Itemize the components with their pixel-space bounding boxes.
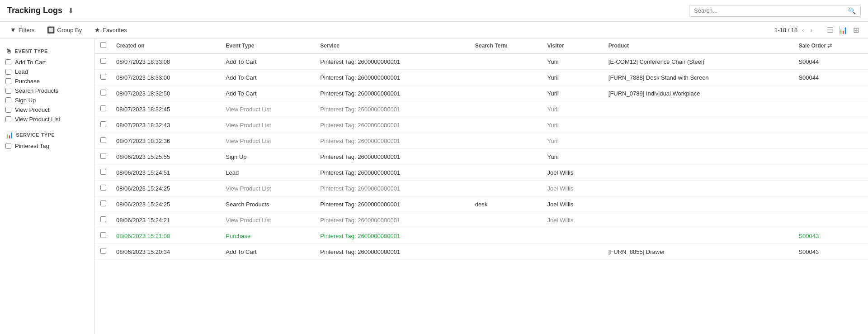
cell-created-on: 08/07/2023 18:32:45 — [112, 101, 221, 117]
select-all-header — [95, 38, 112, 53]
cell-visitor: Yurii — [542, 53, 604, 70]
cell-search-term — [471, 212, 543, 228]
cell-product — [604, 212, 794, 228]
cell-service: Pinterest Tag: 2600000000001 — [316, 149, 470, 165]
sidebar-item-lead[interactable]: Lead — [4, 67, 91, 76]
row-checkbox[interactable] — [100, 216, 106, 222]
cell-sale-order — [794, 196, 868, 212]
sidebar-item-add-to-cart[interactable]: Add To Cart — [4, 57, 91, 67]
row-checkbox[interactable] — [100, 121, 106, 127]
col-sale-order[interactable]: Sale Order ⇄ — [794, 38, 868, 53]
lead-checkbox[interactable] — [5, 69, 11, 75]
cell-visitor: Yurii — [542, 117, 604, 133]
cell-service: Pinterest Tag: 2600000000001 — [316, 101, 470, 117]
sidebar-item-sign-up[interactable]: Sign Up — [4, 95, 91, 105]
star-icon: ★ — [94, 26, 100, 33]
cell-search-term — [471, 117, 543, 133]
prev-page-button[interactable]: ‹ — [800, 26, 806, 34]
col-visitor[interactable]: Visitor — [542, 38, 604, 53]
pinterest-tag-checkbox[interactable] — [5, 143, 11, 149]
chart-view-icon[interactable]: 📊 — [837, 25, 849, 35]
row-checkbox-cell — [95, 196, 112, 212]
cell-sale-order — [794, 181, 868, 196]
select-all-checkbox[interactable] — [100, 42, 106, 48]
groupby-button[interactable]: 🔲 Group By — [44, 24, 85, 35]
row-checkbox-cell — [95, 86, 112, 101]
cell-created-on: 08/07/2023 18:32:43 — [112, 117, 221, 133]
row-checkbox[interactable] — [100, 153, 106, 159]
row-checkbox[interactable] — [100, 74, 106, 80]
sidebar-item-search-products[interactable]: Search Products — [4, 86, 91, 95]
row-checkbox[interactable] — [100, 200, 106, 206]
search-products-checkbox[interactable] — [5, 88, 11, 94]
col-search-term[interactable]: Search Term — [471, 38, 543, 53]
cell-created-on: 08/07/2023 18:33:00 — [112, 70, 221, 86]
view-product-checkbox[interactable] — [5, 107, 11, 113]
search-box: 🔍 — [689, 5, 861, 17]
cell-visitor: Yurii — [542, 86, 604, 101]
cell-service: Pinterest Tag: 2600000000001 — [316, 117, 470, 133]
cell-service: Pinterest Tag: 2600000000001 — [316, 228, 470, 244]
cell-product — [604, 228, 794, 244]
row-checkbox[interactable] — [100, 105, 106, 111]
cell-event-type: View Product List — [221, 101, 316, 117]
table-row: 08/06/2023 15:25:55Sign UpPinterest Tag:… — [95, 149, 868, 165]
sidebar-item-view-product-list[interactable]: View Product List — [4, 115, 91, 124]
sidebar-item-pinterest-tag[interactable]: Pinterest Tag — [4, 141, 91, 151]
cell-created-on: 08/06/2023 15:24:21 — [112, 212, 221, 228]
add-to-cart-checkbox[interactable] — [5, 59, 11, 65]
favorites-button[interactable]: ★ Favorites — [92, 24, 129, 35]
cell-event-type: View Product List — [221, 133, 316, 149]
grid-view-icon[interactable]: ⊞ — [851, 25, 861, 35]
cell-visitor: Yurii — [542, 70, 604, 86]
row-checkbox[interactable] — [100, 137, 106, 143]
pagination: 1-18 / 18 ‹ › — [774, 26, 814, 34]
next-page-button[interactable]: › — [809, 26, 814, 34]
row-checkbox[interactable] — [100, 232, 106, 238]
purchase-checkbox[interactable] — [5, 78, 11, 84]
col-product[interactable]: Product — [604, 38, 794, 53]
table-area: Created on Event Type Service Search Ter… — [95, 38, 868, 334]
list-view-icon[interactable]: ☰ — [825, 25, 835, 35]
download-icon[interactable]: ⬇ — [68, 6, 74, 15]
cell-search-term — [471, 70, 543, 86]
table-row: 08/06/2023 15:21:00PurchasePinterest Tag… — [95, 228, 868, 244]
col-service[interactable]: Service — [316, 38, 470, 53]
row-checkbox-cell — [95, 181, 112, 196]
col-created-on[interactable]: Created on — [112, 38, 221, 53]
cell-search-term — [471, 101, 543, 117]
cell-visitor: Yurii — [542, 149, 604, 165]
table-row: 08/06/2023 15:24:25View Product ListPint… — [95, 181, 868, 196]
cell-search-term — [471, 133, 543, 149]
cell-product — [604, 117, 794, 133]
cell-created-on: 08/06/2023 15:25:55 — [112, 149, 221, 165]
cell-product — [604, 165, 794, 181]
row-checkbox-cell — [95, 101, 112, 117]
cell-search-term: desk — [471, 196, 543, 212]
table-row: 08/07/2023 18:32:45View Product ListPint… — [95, 101, 868, 117]
row-checkbox[interactable] — [100, 58, 106, 64]
cell-sale-order — [794, 133, 868, 149]
sign-up-checkbox[interactable] — [5, 97, 11, 103]
row-checkbox[interactable] — [100, 90, 106, 95]
row-checkbox[interactable] — [100, 248, 106, 254]
row-checkbox[interactable] — [100, 169, 106, 175]
cell-sale-order — [794, 101, 868, 117]
cell-event-type: Add To Cart — [221, 53, 316, 70]
cell-sale-order — [794, 212, 868, 228]
cell-service: Pinterest Tag: 2600000000001 — [316, 212, 470, 228]
cell-visitor: Joel Willis — [542, 165, 604, 181]
cell-search-term — [471, 149, 543, 165]
filter-icon: ▼ — [10, 26, 16, 33]
sidebar-item-purchase[interactable]: Purchase — [4, 76, 91, 86]
cell-visitor — [542, 244, 604, 260]
search-input[interactable] — [694, 7, 848, 14]
row-checkbox[interactable] — [100, 185, 106, 191]
sidebar-item-view-product[interactable]: View Product — [4, 105, 91, 115]
cell-sale-order — [794, 165, 868, 181]
filters-button[interactable]: ▼ Filters — [7, 24, 37, 35]
cell-search-term — [471, 86, 543, 101]
view-product-list-checkbox[interactable] — [5, 116, 11, 122]
adjust-columns-icon[interactable]: ⇄ — [827, 43, 832, 49]
col-event-type[interactable]: Event Type — [221, 38, 316, 53]
